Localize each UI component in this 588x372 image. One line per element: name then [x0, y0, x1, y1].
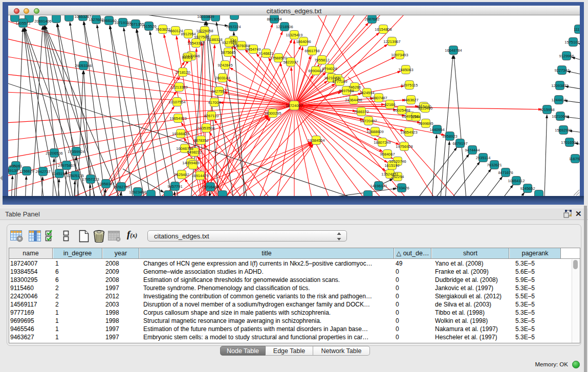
svg-text:16154808: 16154808 — [375, 27, 391, 32]
svg-text:9327506: 9327506 — [194, 35, 209, 39]
svg-text:1615192: 1615192 — [384, 163, 399, 168]
svg-text:20691406: 20691406 — [34, 19, 51, 24]
svg-text:1440954: 1440954 — [429, 127, 444, 132]
svg-text:7632621: 7632621 — [487, 163, 502, 167]
svg-text:935061: 935061 — [9, 164, 22, 168]
svg-text:19654923: 19654923 — [400, 130, 417, 135]
svg-text:15716485: 15716485 — [202, 185, 219, 189]
svg-text:2935114: 2935114 — [476, 156, 491, 160]
svg-text:12975115: 12975115 — [401, 83, 418, 87]
svg-text:10973493: 10973493 — [391, 53, 408, 57]
svg-text:15692971: 15692971 — [555, 128, 572, 133]
svg-text:8427552: 8427552 — [211, 89, 226, 94]
svg-text:1145194: 1145194 — [52, 171, 67, 176]
svg-text:5822037: 5822037 — [283, 60, 298, 64]
svg-text:19654923: 19654923 — [169, 116, 186, 121]
svg-text:10025488: 10025488 — [393, 108, 410, 113]
svg-text:20206536: 20206536 — [46, 151, 62, 156]
svg-text:16914479: 16914479 — [191, 173, 208, 178]
svg-text:5498222: 5498222 — [187, 150, 202, 155]
svg-text:11173: 11173 — [574, 27, 580, 32]
svg-text:15720407: 15720407 — [360, 119, 377, 123]
svg-text:17957223: 17957223 — [82, 177, 99, 182]
svg-text:1244419: 1244419 — [551, 98, 566, 102]
svg-text:9474444: 9474444 — [465, 148, 480, 152]
svg-text:12093872: 12093872 — [551, 83, 568, 88]
svg-text:9242845: 9242845 — [217, 63, 232, 68]
svg-text:12218506: 12218506 — [276, 25, 293, 29]
svg-text:10688609: 10688609 — [366, 129, 383, 134]
svg-text:7986372: 7986372 — [354, 110, 368, 114]
svg-text:16782759: 16782759 — [113, 185, 129, 189]
svg-text:7857224: 7857224 — [226, 25, 241, 29]
svg-text:39139: 39139 — [8, 168, 18, 173]
svg-text:2718120: 2718120 — [175, 70, 190, 75]
svg-text:9129966: 9129966 — [559, 54, 574, 58]
svg-text:2087682: 2087682 — [364, 17, 379, 21]
svg-text:11353594: 11353594 — [198, 126, 215, 130]
svg-text:1944: 1944 — [412, 115, 421, 119]
svg-text:62160: 62160 — [385, 102, 396, 107]
svg-text:19384554: 19384554 — [308, 138, 324, 143]
svg-text:12505135: 12505135 — [67, 173, 83, 178]
svg-text:6794028: 6794028 — [322, 67, 337, 71]
svg-text:7515526: 7515526 — [141, 24, 156, 29]
svg-text:8267110: 8267110 — [204, 114, 219, 118]
svg-text:7625402: 7625402 — [174, 172, 189, 177]
svg-text:9146821: 9146821 — [258, 51, 273, 56]
svg-text:14196141: 14196141 — [370, 184, 387, 188]
svg-text:252254: 252254 — [391, 174, 404, 179]
svg-text:12213967: 12213967 — [383, 39, 400, 44]
svg-text:11325419: 11325419 — [286, 33, 303, 37]
svg-text:12213389: 12213389 — [170, 85, 187, 90]
svg-text:15751074: 15751074 — [564, 40, 580, 45]
svg-text:3875685: 3875685 — [221, 50, 235, 55]
svg-text:10807487: 10807487 — [370, 96, 387, 100]
svg-text:6879197: 6879197 — [452, 141, 467, 146]
svg-text:7485063: 7485063 — [398, 68, 413, 72]
svg-text:18300295: 18300295 — [264, 111, 281, 116]
svg-text:18807249: 18807249 — [374, 140, 390, 145]
svg-text:17359924: 17359924 — [68, 149, 84, 154]
svg-text:8912954: 8912954 — [181, 32, 195, 36]
svg-text:8878352: 8878352 — [193, 138, 208, 143]
svg-text:3824554: 3824554 — [359, 91, 374, 95]
svg-text:8471676: 8471676 — [498, 170, 513, 175]
svg-text:16033809: 16033809 — [197, 15, 214, 19]
svg-text:6990448: 6990448 — [308, 69, 323, 73]
svg-text:9227342: 9227342 — [554, 68, 569, 73]
svg-text:116753: 116753 — [569, 157, 580, 161]
svg-text:9115460: 9115460 — [418, 106, 433, 111]
svg-text:8813054: 8813054 — [267, 17, 281, 21]
svg-text:17016504: 17016504 — [561, 140, 578, 145]
svg-text:1156829: 1156829 — [19, 169, 34, 173]
svg-text:1864096: 1864096 — [296, 39, 311, 44]
svg-text:8958923: 8958923 — [442, 134, 457, 139]
svg-text:1405572: 1405572 — [15, 21, 30, 26]
svg-text:9699695: 9699695 — [418, 121, 433, 126]
svg-text:29975867: 29975867 — [58, 163, 75, 168]
svg-text:19166825: 19166825 — [172, 132, 189, 136]
svg-text:9777169: 9777169 — [332, 79, 347, 84]
svg-text:14099489: 14099489 — [182, 161, 199, 165]
svg-text:21364436: 21364436 — [345, 98, 362, 102]
svg-text:9084067: 9084067 — [380, 152, 395, 157]
svg-text:16543362: 16543362 — [187, 41, 204, 46]
svg-text:417004: 417004 — [208, 100, 221, 105]
svg-text:12923468: 12923468 — [129, 190, 146, 194]
svg-text:16648784: 16648784 — [445, 48, 462, 53]
svg-text:2942737: 2942737 — [35, 169, 50, 174]
svg-text:3215958: 3215958 — [539, 107, 554, 112]
svg-text:9245652: 9245652 — [520, 186, 535, 191]
svg-text:2803144: 2803144 — [215, 76, 230, 80]
svg-text:6497568: 6497568 — [339, 89, 354, 93]
svg-text:8186328: 8186328 — [207, 37, 222, 42]
svg-text:10958107: 10958107 — [97, 182, 114, 186]
svg-text:18226058: 18226058 — [196, 29, 213, 33]
svg-text:29053346: 29053346 — [75, 63, 92, 68]
svg-text:6961758: 6961758 — [304, 49, 319, 53]
svg-text:16210643: 16210643 — [552, 114, 569, 119]
svg-text:9457791: 9457791 — [167, 184, 182, 189]
svg-text:10654112: 10654112 — [508, 179, 525, 183]
svg-text:1733426: 1733426 — [394, 186, 409, 190]
